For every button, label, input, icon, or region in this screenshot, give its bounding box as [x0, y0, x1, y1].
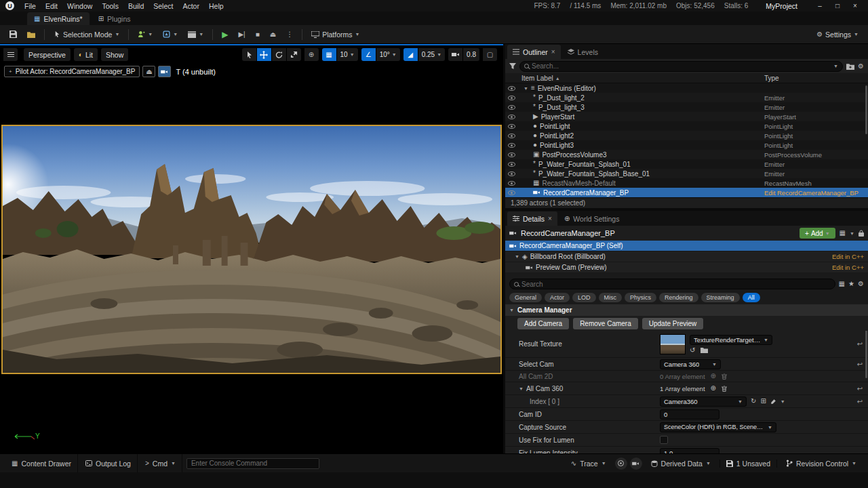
- table-row[interactable]: * P_Dust_light_3 Emitter: [505, 102, 868, 112]
- filter-chip-streaming[interactable]: Streaming: [701, 293, 740, 302]
- section-camera-manager[interactable]: ▼ Camera Manager: [505, 304, 868, 316]
- view-mode-dropdown[interactable]: ◐ Lit: [74, 48, 98, 61]
- maximize-button[interactable]: □: [829, 0, 846, 12]
- pilot-camera-toggle[interactable]: [158, 66, 171, 77]
- filter-chip-misc[interactable]: Misc: [599, 293, 623, 302]
- tab-levels[interactable]: Levels: [562, 45, 604, 59]
- outliner-search-box[interactable]: ▼: [519, 61, 843, 72]
- filter-chip-actor[interactable]: Actor: [545, 293, 570, 302]
- chevron-down-icon[interactable]: ▼: [833, 64, 838, 68]
- tab-level-elvenruins[interactable]: ▦ ElvenRuins*: [27, 12, 90, 25]
- tab-outliner[interactable]: Outliner ×: [507, 45, 561, 59]
- use-selected-asset-icon[interactable]: ↺: [690, 347, 695, 354]
- show-dropdown[interactable]: Show: [101, 48, 128, 61]
- play-options-kebab[interactable]: ⋮: [282, 27, 297, 42]
- grid-snap-value[interactable]: 10▼: [337, 48, 358, 61]
- panorama-render[interactable]: [1, 125, 502, 374]
- scale-snap-value[interactable]: 0.25▼: [418, 48, 445, 61]
- minimize-button[interactable]: –: [811, 0, 829, 12]
- platforms-dropdown[interactable]: Platforms ▼: [307, 27, 363, 42]
- camera-class-dropdown[interactable]: Camera360 ▼: [660, 396, 747, 407]
- filter-chip-all[interactable]: All: [743, 293, 760, 302]
- details-scrollbar[interactable]: [865, 331, 867, 378]
- stop-piloting-button[interactable]: ⏏: [142, 66, 155, 77]
- edit-blueprint-link[interactable]: Edit RecordCameraManager_BP: [764, 189, 868, 197]
- visibility-eye-icon[interactable]: [508, 190, 515, 195]
- selection-mode-dropdown[interactable]: Selection Mode ▼: [50, 27, 123, 42]
- select-cam-dropdown[interactable]: Camera 360 ▼: [660, 359, 721, 369]
- visibility-eye-icon[interactable]: [508, 86, 515, 91]
- unreal-logo-icon[interactable]: U: [5, 1, 14, 10]
- level-viewport[interactable]: Perspective ◐ Lit Show: [0, 44, 503, 453]
- select-tool-button[interactable]: [242, 48, 256, 61]
- table-row[interactable]: ▶ PlayerStart PlayerStart: [505, 112, 868, 121]
- blueprints-dropdown[interactable]: ▼: [159, 27, 182, 42]
- reset-to-default-icon[interactable]: ↩: [853, 398, 867, 405]
- unsaved-button[interactable]: 1 Unsaved: [719, 460, 777, 468]
- texture-thumbnail[interactable]: [660, 334, 686, 354]
- filter-chip-physics[interactable]: Physics: [625, 293, 656, 302]
- reset-to-default-icon[interactable]: ↩: [853, 361, 867, 368]
- visibility-eye-icon[interactable]: [508, 143, 515, 148]
- expander-icon[interactable]: ▼: [515, 254, 519, 259]
- outliner-column-header[interactable]: Item Label ▲ Type: [505, 73, 868, 83]
- eyedropper-icon[interactable]: [770, 399, 776, 405]
- viewport-options-button[interactable]: [3, 48, 18, 61]
- use-fix-for-lumen-checkbox[interactable]: [660, 436, 668, 444]
- table-row[interactable]: * P_Water_Fountain_Splash_01 Emitter: [505, 159, 868, 169]
- add-folder-icon[interactable]: [846, 63, 854, 70]
- edit-in-cpp-link[interactable]: Edit in C++: [832, 264, 864, 271]
- target-icon[interactable]: [615, 458, 627, 470]
- world-local-toggle[interactable]: ⊕: [304, 48, 319, 61]
- details-settings-gear-icon[interactable]: ⚙: [858, 281, 864, 287]
- trace-dropdown[interactable]: ∿ Trace ▼: [565, 460, 612, 468]
- visibility-eye-icon[interactable]: [508, 124, 515, 129]
- asset-picker-dropdown[interactable]: TextureRenderTargetCube_1 ▼: [690, 335, 772, 345]
- visibility-eye-icon[interactable]: [508, 96, 515, 100]
- trash-icon[interactable]: [722, 386, 727, 392]
- favorites-star-icon[interactable]: ★: [848, 281, 854, 287]
- lock-icon[interactable]: [859, 230, 864, 237]
- outliner-settings-gear-icon[interactable]: ⚙: [858, 63, 864, 70]
- visibility-eye-icon[interactable]: [508, 171, 515, 176]
- menu-help[interactable]: Help: [204, 0, 229, 12]
- column-type[interactable]: Type: [764, 75, 868, 82]
- play-button[interactable]: ▶: [218, 27, 232, 42]
- scale-snap-toggle[interactable]: ◢: [403, 48, 418, 61]
- update-preview-button[interactable]: Update Preview: [642, 318, 704, 329]
- camera-speed-value[interactable]: 0.8: [463, 48, 479, 61]
- reset-to-default-icon[interactable]: ↩: [853, 385, 867, 392]
- visibility-eye-icon[interactable]: [508, 134, 515, 138]
- outliner-scrollbar[interactable]: [865, 85, 867, 134]
- component-row-self[interactable]: RecordCameraManager_BP (Self): [505, 241, 868, 251]
- rotation-snap-toggle[interactable]: ∠: [361, 48, 376, 61]
- output-log-button[interactable]: Output Log: [79, 454, 138, 472]
- menu-file[interactable]: File: [20, 0, 41, 12]
- remove-camera-button[interactable]: Remove Camera: [573, 318, 638, 329]
- table-row[interactable]: ● PointLight3 PointLight: [505, 140, 868, 150]
- frame-skip-button[interactable]: ▶|: [234, 27, 249, 42]
- fix-lumen-intensity-input[interactable]: 1.0: [660, 448, 719, 454]
- menu-actor[interactable]: Actor: [178, 0, 204, 12]
- rotate-tool-button[interactable]: [272, 48, 286, 61]
- visibility-eye-icon[interactable]: [508, 162, 515, 167]
- add-element-icon[interactable]: ⊕: [711, 385, 716, 392]
- display-grid-icon[interactable]: ▦: [839, 281, 845, 287]
- filter-chip-rendering[interactable]: Rendering: [659, 293, 698, 302]
- maximize-viewport-button[interactable]: ▢: [483, 48, 497, 61]
- add-element-icon[interactable]: ⊕: [711, 373, 716, 380]
- table-row[interactable]: ● PointLight2 PointLight: [505, 131, 868, 140]
- camera-speed-button[interactable]: [448, 48, 462, 61]
- eject-button[interactable]: ⏏: [266, 27, 280, 42]
- perspective-dropdown[interactable]: Perspective: [24, 48, 71, 61]
- settings-dropdown[interactable]: ⚙ Settings ▼: [812, 27, 863, 42]
- capture-source-dropdown[interactable]: SceneColor (HDR) in RGB, SceneDepth in A…: [660, 422, 776, 432]
- console-command-input[interactable]: [186, 458, 319, 469]
- visibility-eye-icon[interactable]: [508, 105, 515, 110]
- add-actor-dropdown[interactable]: ▼: [134, 27, 157, 42]
- filter-chip-lod[interactable]: LOD: [572, 293, 596, 302]
- table-row[interactable]: ▦ RecastNavMesh-Default RecastNavMesh: [505, 178, 868, 188]
- trash-icon[interactable]: [722, 373, 727, 380]
- tab-world-settings[interactable]: ⊕ World Settings: [559, 211, 625, 226]
- tab-plugins[interactable]: ⊞ Plugins: [92, 12, 138, 25]
